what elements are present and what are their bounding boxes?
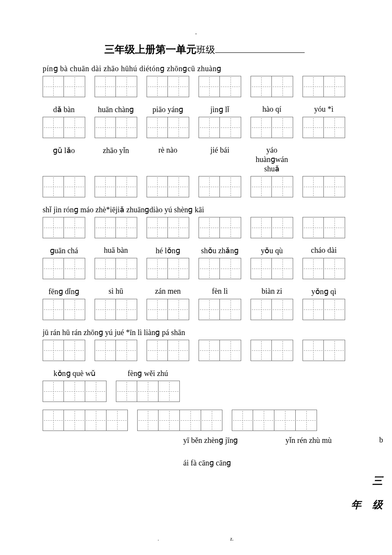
writing-cell[interactable] — [303, 76, 324, 97]
writing-cell[interactable] — [199, 76, 220, 97]
writing-cell[interactable] — [220, 117, 241, 138]
writing-cell[interactable] — [199, 217, 220, 238]
writing-cell[interactable] — [107, 410, 128, 431]
writing-cell[interactable] — [220, 176, 241, 197]
writing-cell[interactable] — [147, 76, 168, 97]
writing-cell[interactable] — [147, 217, 168, 238]
writing-cell[interactable] — [199, 340, 220, 361]
writing-cell[interactable] — [199, 299, 220, 320]
writing-cell[interactable] — [303, 217, 324, 238]
writing-cell[interactable] — [324, 117, 345, 138]
writing-cell[interactable] — [220, 340, 241, 361]
writing-cell[interactable] — [64, 258, 85, 279]
writing-cell[interactable] — [43, 410, 64, 431]
writing-cell[interactable] — [324, 76, 345, 97]
writing-cell[interactable] — [168, 217, 189, 238]
writing-cell[interactable] — [168, 299, 189, 320]
writing-cell[interactable] — [43, 299, 64, 320]
writing-cell[interactable] — [324, 340, 345, 361]
writing-cell[interactable] — [64, 340, 85, 361]
writing-cell[interactable] — [220, 299, 241, 320]
writing-cell[interactable] — [85, 410, 107, 431]
writing-cell[interactable] — [272, 117, 293, 138]
writing-cell[interactable] — [324, 176, 345, 197]
writing-cell[interactable] — [220, 76, 241, 97]
writing-cell[interactable] — [64, 381, 85, 402]
writing-cell[interactable] — [251, 176, 272, 197]
writing-cell[interactable] — [253, 410, 274, 431]
writing-cell[interactable] — [116, 76, 137, 97]
writing-cell[interactable] — [95, 76, 116, 97]
writing-cell[interactable] — [64, 217, 85, 238]
writing-cell[interactable] — [220, 258, 241, 279]
writing-cell[interactable] — [251, 217, 272, 238]
writing-cell[interactable] — [147, 299, 168, 320]
writing-cell[interactable] — [324, 258, 345, 279]
writing-cell[interactable] — [95, 299, 116, 320]
writing-cell[interactable] — [64, 299, 85, 320]
writing-cell[interactable] — [147, 176, 168, 197]
writing-cell[interactable] — [168, 117, 189, 138]
writing-cell[interactable] — [116, 258, 137, 279]
writing-cell[interactable] — [64, 410, 85, 431]
writing-cell[interactable] — [272, 217, 293, 238]
writing-cell[interactable] — [95, 340, 116, 361]
writing-cell[interactable] — [43, 76, 64, 97]
title-underline[interactable] — [215, 52, 305, 53]
writing-cell[interactable] — [116, 381, 137, 402]
writing-cell[interactable] — [303, 258, 324, 279]
writing-cell[interactable] — [251, 117, 272, 138]
writing-cell[interactable] — [137, 381, 159, 402]
writing-cell[interactable] — [168, 76, 189, 97]
writing-cell[interactable] — [272, 340, 293, 361]
writing-cell[interactable] — [324, 299, 345, 320]
writing-cell[interactable] — [272, 299, 293, 320]
writing-cell[interactable] — [303, 340, 324, 361]
writing-cell[interactable] — [95, 176, 116, 197]
writing-cell[interactable] — [274, 410, 296, 431]
writing-cell[interactable] — [303, 117, 324, 138]
writing-cell[interactable] — [220, 217, 241, 238]
writing-cell[interactable] — [272, 258, 293, 279]
writing-cell[interactable] — [303, 299, 324, 320]
writing-cell[interactable] — [296, 410, 317, 431]
writing-cell[interactable] — [95, 258, 116, 279]
writing-cell[interactable] — [116, 299, 137, 320]
writing-cell[interactable] — [147, 258, 168, 279]
writing-cell[interactable] — [199, 176, 220, 197]
writing-cell[interactable] — [64, 76, 85, 97]
writing-cell[interactable] — [168, 176, 189, 197]
writing-cell[interactable] — [95, 117, 116, 138]
writing-cell[interactable] — [251, 76, 272, 97]
writing-cell[interactable] — [43, 340, 64, 361]
writing-cell[interactable] — [272, 76, 293, 97]
writing-cell[interactable] — [201, 410, 222, 431]
writing-cell[interactable] — [116, 176, 137, 197]
writing-cell[interactable] — [43, 117, 64, 138]
writing-cell[interactable] — [95, 217, 116, 238]
writing-cell[interactable] — [85, 381, 107, 402]
writing-cell[interactable] — [64, 117, 85, 138]
writing-cell[interactable] — [116, 117, 137, 138]
writing-cell[interactable] — [168, 258, 189, 279]
writing-cell[interactable] — [199, 258, 220, 279]
writing-cell[interactable] — [64, 176, 85, 197]
writing-cell[interactable] — [199, 117, 220, 138]
writing-cell[interactable] — [116, 340, 137, 361]
writing-cell[interactable] — [137, 410, 159, 431]
writing-cell[interactable] — [147, 117, 168, 138]
writing-cell[interactable] — [159, 381, 180, 402]
writing-cell[interactable] — [116, 217, 137, 238]
writing-cell[interactable] — [324, 217, 345, 238]
writing-cell[interactable] — [159, 410, 180, 431]
writing-cell[interactable] — [147, 340, 168, 361]
writing-cell[interactable] — [180, 410, 201, 431]
writing-cell[interactable] — [251, 299, 272, 320]
writing-cell[interactable] — [251, 340, 272, 361]
writing-cell[interactable] — [272, 176, 293, 197]
writing-cell[interactable] — [232, 410, 253, 431]
writing-cell[interactable] — [43, 258, 64, 279]
writing-cell[interactable] — [43, 381, 64, 402]
writing-cell[interactable] — [303, 176, 324, 197]
writing-cell[interactable] — [43, 176, 64, 197]
